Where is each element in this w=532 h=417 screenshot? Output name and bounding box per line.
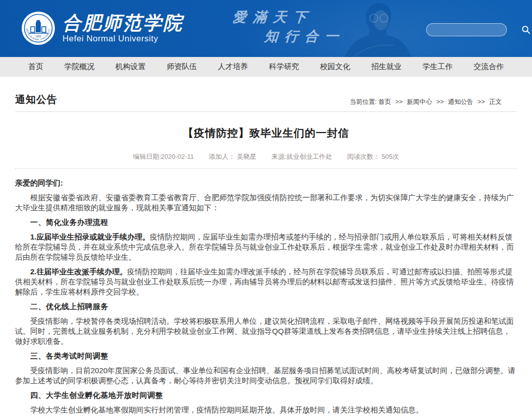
site-header: 1955 HEFEI NORMAL UNIVERSITY 合肥师范学院 Hefe… <box>0 0 532 57</box>
article-paragraph: 根据安徽省委省政府、安徽省委教育工委省教育厅、合肥师范学院加强疫情防控统一部署和… <box>15 193 517 213</box>
article-section-heading-3: 三、各类考试时间调整 <box>15 351 517 361</box>
nav-item-education[interactable]: 人才培养 <box>216 62 250 72</box>
svg-text:1955: 1955 <box>35 35 41 38</box>
nav-item-campus[interactable]: 校园文化 <box>318 62 352 72</box>
university-logo-group[interactable]: 1955 HEFEI NORMAL UNIVERSITY 合肥师范学院 Hefe… <box>21 11 183 45</box>
breadcrumb-separator: >> <box>395 98 403 105</box>
article-body: 亲爱的同学们: 根据安徽省委省政府、安徽省委教育工委省教育厅、合肥师范学院加强疫… <box>15 178 517 417</box>
article-paragraph: 1.应届毕业生招录或就业手续办理。疫情防控期间，应届毕业生如需办理招考或签约手续… <box>15 232 517 262</box>
search-input[interactable] <box>433 25 521 35</box>
meta-author: 添加人： 吴晓星 <box>209 153 256 160</box>
meta-source: 来源:就业创业工作处 <box>272 153 332 160</box>
nav-item-students[interactable]: 学生工作 <box>420 62 454 72</box>
breadcrumb-separator: >> <box>478 98 485 105</box>
nav-item-faculty[interactable]: 师资队伍 <box>165 62 199 72</box>
breadcrumb-home[interactable]: 首页 <box>378 98 391 105</box>
motto-line-1: 愛滿天下 <box>232 8 314 26</box>
university-wordmark: 合肥师范学院 Hefei Normal University <box>62 13 183 44</box>
breadcrumb: 当前位置: 首页 >> 新闻中心 >> 通知公告 >> 正文 <box>350 98 517 106</box>
article-section-heading-4: 四、大学生创业孵化基地开放时间调整 <box>15 390 517 400</box>
article-meta: 编辑日期:2020-02-11 添加人： 吴晓星 来源:就业创业工作处 阅读次数… <box>15 152 517 161</box>
section-divider <box>15 111 517 112</box>
breadcrumb-current: 正文 <box>489 98 502 105</box>
nav-item-home[interactable]: 首页 <box>26 62 45 72</box>
university-name-zh: 合肥师范学院 <box>62 13 183 33</box>
article-section-heading-1: 一、简化业务办理流程 <box>15 217 517 227</box>
article-paragraph: 受疫情影响，学校暂停各类现场招聘活动。学校将积极联系用人单位，建议简化招聘流程，… <box>15 316 517 346</box>
search-box[interactable] <box>426 23 507 36</box>
meta-edit-date: 编辑日期:2020-02-11 <box>133 153 194 160</box>
main-nav: 首页 学院概况 机构设置 师资队伍 人才培养 科学研究 校园文化 招生就业 学生… <box>0 57 532 77</box>
university-name-en: Hefei Normal University <box>62 34 183 44</box>
breadcrumb-notices[interactable]: 通知公告 <box>448 98 473 105</box>
article-paragraph: 受疫情影响，目前2020年度国家公务员面试、事业单位和国有企业招聘、基层服务项目… <box>15 366 517 386</box>
meta-read-count: 阅读次数： 505次 <box>347 153 399 160</box>
search-button[interactable] <box>521 25 530 35</box>
breadcrumb-label: 当前位置: <box>350 98 376 105</box>
section-head: 通知公告 当前位置: 首页 >> 新闻中心 >> 通知公告 >> 正文 <box>15 93 517 106</box>
university-seal-icon: 1955 HEFEI NORMAL UNIVERSITY <box>21 11 55 45</box>
nav-item-departments[interactable]: 机构设置 <box>113 62 148 72</box>
breadcrumb-news-center[interactable]: 新闻中心 <box>407 98 432 105</box>
tao-xingzhi-statue-image <box>334 0 420 57</box>
article-paragraph: 学校大学生创业孵化基地寒假期间实行封闭管理，疫情防控期间延期开放。具体开放时间，… <box>15 405 517 415</box>
main-content: 通知公告 当前位置: 首页 >> 新闻中心 >> 通知公告 >> 正文 【疫情防… <box>0 93 532 417</box>
nav-item-admissions[interactable]: 招生就业 <box>369 62 404 72</box>
article-greeting: 亲爱的同学们: <box>15 178 517 188</box>
nav-item-cooperation[interactable]: 交流合作 <box>472 62 506 72</box>
nav-item-research[interactable]: 科学研究 <box>267 62 301 72</box>
motto-line-2: 知行合一 <box>264 27 346 45</box>
article-paragraph: 2.往届毕业生改派手续办理。疫情防控期间，往届毕业生如需办理改派手续的，经与所在… <box>15 267 517 297</box>
nav-item-overview[interactable]: 学院概况 <box>62 62 97 72</box>
section-title: 通知公告 <box>15 93 57 106</box>
breadcrumb-separator: >> <box>436 98 444 105</box>
search-icon <box>521 25 530 34</box>
article-title: 【疫情防控】致毕业生们的一封信 <box>15 126 517 140</box>
article-section-heading-2: 二、优化线上招聘服务 <box>15 302 517 312</box>
meta-divider <box>15 168 517 169</box>
